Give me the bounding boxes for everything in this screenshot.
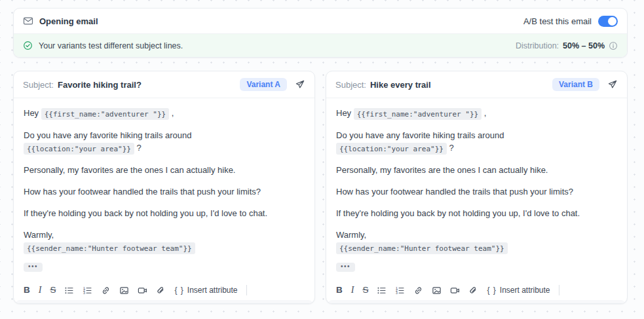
email-body-editor[interactable]: Hey {{first_name:"adventurer "}} , Do yo… xyxy=(326,98,627,280)
email-paragraph: Do you have any favorite hiking trails a… xyxy=(24,129,305,155)
toggle-knob xyxy=(608,17,616,26)
more-options-chip[interactable]: ••• xyxy=(336,263,355,272)
subject-row: Subject: Hike every trail Variant B xyxy=(326,71,627,98)
insert-attribute-button[interactable]: { } Insert attribute xyxy=(487,286,550,295)
email-paragraph: Do you have any favorite hiking trails a… xyxy=(336,129,617,155)
email-paragraph: If they're holding you back by not holdi… xyxy=(24,207,305,219)
toolbar-divider xyxy=(246,285,247,295)
video-icon[interactable] xyxy=(450,286,460,295)
variant-a-badge: Variant A xyxy=(240,78,287,91)
link-icon[interactable] xyxy=(101,286,111,295)
email-paragraph: How has your footwear handled the trails… xyxy=(336,185,617,198)
link-icon[interactable] xyxy=(413,286,423,295)
numbered-list-icon[interactable]: 123 xyxy=(83,286,92,295)
bold-button[interactable]: B xyxy=(24,286,30,295)
insert-attribute-button[interactable]: { } Insert attribute xyxy=(174,286,237,295)
formatting-toolbar: B I S 123 { } Insert attribute xyxy=(14,280,314,300)
greeting-comma: , xyxy=(484,108,487,118)
email-paragraph: If they're holding you back by not holdi… xyxy=(336,207,617,219)
image-icon[interactable] xyxy=(119,286,129,295)
attachment-icon[interactable] xyxy=(468,286,478,295)
email-body-editor[interactable]: Hey {{first_name:"adventurer "}} , Do yo… xyxy=(14,98,314,280)
ab-test-label: A/B test this email xyxy=(523,16,592,26)
image-icon[interactable] xyxy=(432,286,442,295)
video-icon[interactable] xyxy=(138,286,147,295)
attachment-icon[interactable] xyxy=(156,286,166,295)
subject-row: Subject: Favorite hiking trail? Variant … xyxy=(14,71,314,98)
sender-name-token[interactable]: {{sender_name:"Hunter footwear team"}} xyxy=(24,242,195,254)
info-icon[interactable] xyxy=(609,41,618,50)
send-test-email-icon[interactable] xyxy=(607,79,618,90)
variant-b-badge: Variant B xyxy=(552,78,599,91)
svg-text:3: 3 xyxy=(396,291,398,295)
toolbar-divider xyxy=(559,285,559,295)
question-text: Do you have any favorite hiking trails a… xyxy=(336,130,504,140)
send-test-email-icon[interactable] xyxy=(295,79,305,90)
bold-button[interactable]: B xyxy=(336,286,343,295)
distribution-value: 50% – 50% xyxy=(563,41,605,50)
email-paragraph: How has your footwear handled the trails… xyxy=(24,185,305,198)
strikethrough-button[interactable]: S xyxy=(50,286,56,295)
banner-message: Your variants test different subject lin… xyxy=(39,41,183,50)
question-mark: ? xyxy=(137,143,142,153)
variant-b-panel: Subject: Hike every trail Variant B Hey … xyxy=(326,71,628,304)
numbered-list-icon[interactable]: 123 xyxy=(395,286,405,295)
email-paragraph: Personally, my favorites are the ones I … xyxy=(24,164,305,176)
subject-input[interactable]: Hike every trail xyxy=(370,80,431,90)
bullet-list-icon[interactable] xyxy=(377,286,387,295)
sender-name-token[interactable]: {{sender_name:"Hunter footwear team"}} xyxy=(336,242,508,254)
email-paragraph: Hey {{first_name:"adventurer "}} , xyxy=(24,107,305,120)
page-background: Opening email A/B test this email Your v… xyxy=(0,0,644,319)
bullet-list-icon[interactable] xyxy=(64,286,74,295)
signoff-text: Warmly, xyxy=(336,230,366,240)
signature-block: Warmly,{{sender_name:"Hunter footwear te… xyxy=(24,229,305,254)
opening-email-card: Opening email A/B test this email Your v… xyxy=(13,8,628,58)
location-token[interactable]: {{location:"your area"}} xyxy=(24,143,134,155)
section-title: Opening email xyxy=(39,16,98,26)
ab-test-toggle[interactable] xyxy=(598,16,618,27)
italic-button[interactable]: I xyxy=(39,286,42,295)
first-name-token[interactable]: {{first_name:"adventurer "}} xyxy=(354,108,482,120)
check-circle-icon xyxy=(23,41,33,50)
question-mark: ? xyxy=(449,143,454,153)
email-paragraph: Hey {{first_name:"adventurer "}} , xyxy=(336,107,617,120)
strikethrough-button[interactable]: S xyxy=(362,286,368,295)
formatting-toolbar: B I S 123 { } Insert attribute xyxy=(326,280,627,300)
email-stats-bar: Words:54 Reading time:16 sec Grade:7 Spa… xyxy=(16,300,313,304)
subject-input[interactable]: Favorite hiking trail? xyxy=(58,80,142,90)
more-options-chip[interactable]: ••• xyxy=(24,263,43,272)
opening-email-header: Opening email A/B test this email xyxy=(14,9,627,34)
email-paragraph: Personally, my favorites are the ones I … xyxy=(336,164,617,176)
question-text: Do you have any favorite hiking trails a… xyxy=(24,130,192,140)
greeting-text: Hey xyxy=(336,108,351,118)
distribution-label: Distribution: xyxy=(516,41,559,50)
svg-text:3: 3 xyxy=(83,291,85,295)
signoff-text: Warmly, xyxy=(24,230,54,240)
braces-icon: { } xyxy=(174,286,183,295)
braces-icon: { } xyxy=(487,286,496,295)
email-stats-bar: Words:54 Reading time:16 sec Grade:7 Spa… xyxy=(328,300,625,304)
envelope-icon xyxy=(23,16,33,26)
italic-button[interactable]: I xyxy=(351,286,354,295)
insert-attribute-label: Insert attribute xyxy=(500,286,550,295)
variant-status-banner: Your variants test different subject lin… xyxy=(14,34,627,57)
subject-label: Subject: xyxy=(23,80,54,90)
insert-attribute-label: Insert attribute xyxy=(187,286,238,295)
location-token[interactable]: {{location:"your area"}} xyxy=(336,143,447,155)
greeting-text: Hey xyxy=(24,108,39,118)
greeting-comma: , xyxy=(172,108,174,118)
variant-a-panel: Subject: Favorite hiking trail? Variant … xyxy=(13,71,315,304)
first-name-token[interactable]: {{first_name:"adventurer "}} xyxy=(41,108,169,120)
signature-block: Warmly,{{sender_name:"Hunter footwear te… xyxy=(336,229,617,254)
subject-label: Subject: xyxy=(335,80,366,90)
